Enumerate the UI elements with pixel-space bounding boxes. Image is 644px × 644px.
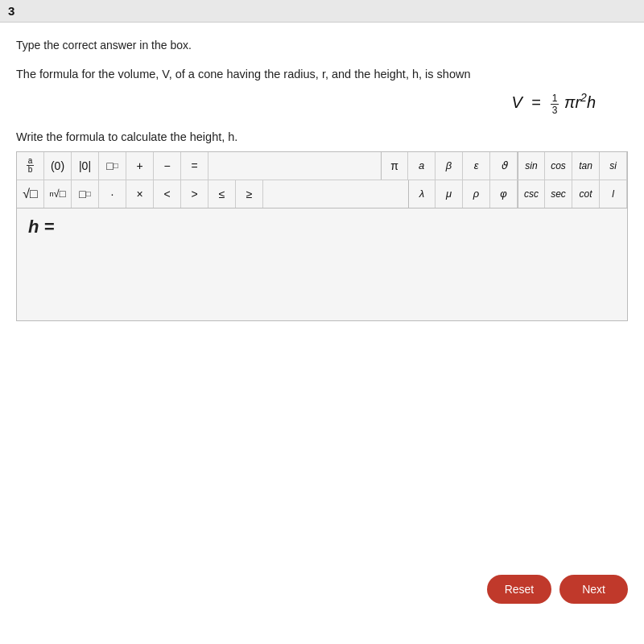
reset-button[interactable]: Reset: [487, 575, 552, 604]
sqrt-btn[interactable]: √□: [17, 180, 44, 208]
pi-btn[interactable]: π: [381, 152, 408, 180]
question-number: 3: [8, 4, 14, 18]
answer-box[interactable]: h =: [16, 208, 628, 321]
cot-btn[interactable]: cot: [572, 180, 600, 208]
theta-small-btn[interactable]: ϑ: [490, 152, 518, 180]
main-content: Type the correct answer in the box. The …: [0, 23, 644, 337]
top-bar: 3: [0, 0, 644, 23]
l-btn[interactable]: l: [600, 180, 627, 208]
formula-display: V = 1 3 πr2h: [16, 92, 596, 116]
rho-btn[interactable]: ρ: [463, 180, 490, 208]
cos-btn[interactable]: cos: [545, 152, 572, 180]
lambda-btn[interactable]: λ: [408, 180, 436, 208]
nrt-btn[interactable]: n√□: [44, 180, 72, 208]
lt-btn[interactable]: <: [154, 180, 181, 208]
math-toolbar: a b (0) |0| □□ + − = π: [16, 151, 628, 208]
next-button[interactable]: Next: [559, 575, 628, 604]
tan-btn[interactable]: tan: [572, 152, 600, 180]
abs-btn[interactable]: |0|: [72, 152, 99, 180]
answer-prefix: h =: [28, 217, 54, 237]
mu-btn[interactable]: μ: [436, 180, 463, 208]
parentheses-btn[interactable]: (0): [44, 152, 72, 180]
epsilon-btn[interactable]: ε: [463, 152, 490, 180]
gte-btn[interactable]: ≥: [236, 180, 263, 208]
csc-btn[interactable]: csc: [518, 180, 545, 208]
sin2-btn[interactable]: si: [600, 152, 627, 180]
fraction-btn[interactable]: a b: [17, 152, 44, 180]
formula-text: V = 1 3 πr2h: [512, 93, 597, 111]
sub-instruction-text: Write the formula to calculate the heigh…: [16, 130, 628, 143]
plus-btn[interactable]: +: [126, 152, 154, 180]
degree-btn[interactable]: □□: [99, 152, 126, 180]
subscript-btn[interactable]: □□: [72, 180, 99, 208]
beta-btn[interactable]: β: [436, 152, 463, 180]
question-text: The formula for the volume, V, of a cone…: [16, 66, 628, 84]
bottom-buttons: Reset Next: [487, 575, 628, 604]
sec-btn[interactable]: sec: [545, 180, 572, 208]
gt-btn[interactable]: >: [181, 180, 208, 208]
alpha-btn[interactable]: a: [408, 152, 436, 180]
lte-btn[interactable]: ≤: [208, 180, 236, 208]
phi-btn[interactable]: φ: [490, 180, 518, 208]
toolbar-row-2: √□ n√□ □□ · × < > ≤ ≥ λ μ: [17, 180, 627, 208]
page-container: 3 Type the correct answer in the box. Th…: [0, 0, 644, 644]
toolbar-row-1: a b (0) |0| □□ + − = π: [17, 152, 627, 180]
minus-btn[interactable]: −: [154, 152, 181, 180]
equals-btn[interactable]: =: [181, 152, 208, 180]
instruction-text: Type the correct answer in the box.: [16, 39, 628, 52]
times-btn[interactable]: ×: [126, 180, 154, 208]
dot-btn[interactable]: ·: [99, 180, 126, 208]
sin-btn[interactable]: sin: [518, 152, 545, 180]
